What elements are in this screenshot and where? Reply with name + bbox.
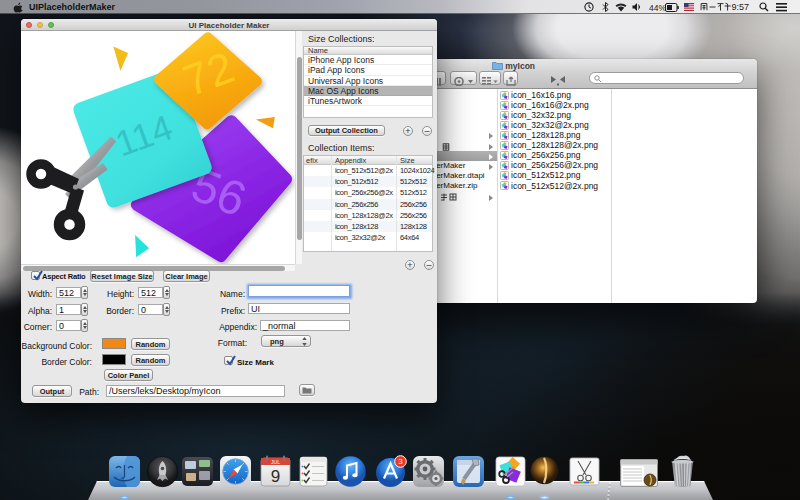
svg-text:3: 3 [398, 457, 403, 466]
svg-text:9: 9 [271, 467, 280, 486]
svg-text:JUL: JUL [271, 459, 280, 465]
